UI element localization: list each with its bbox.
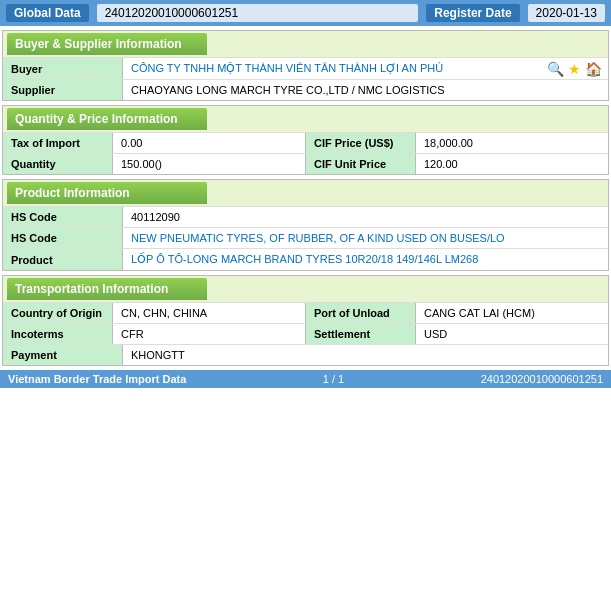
settlement-value: USD bbox=[416, 324, 608, 344]
search-icon[interactable]: 🔍 bbox=[547, 61, 564, 77]
cif-unit-label: CIF Unit Price bbox=[306, 154, 416, 174]
hs-code-1-value: 40112090 bbox=[123, 207, 608, 227]
country-port-row: Country of Origin CN, CHN, CHINA Port of… bbox=[3, 302, 608, 323]
transport-info-header: Transportation Information bbox=[7, 278, 207, 300]
hs-code-2-label: HS Code bbox=[3, 228, 123, 248]
hs-code-2-row: HS Code NEW PNEUMATIC TYRES, OF RUBBER, … bbox=[3, 227, 608, 248]
product-info-header: Product Information bbox=[7, 182, 207, 204]
payment-value: KHONGTT bbox=[123, 345, 608, 365]
hs-code-1-label: HS Code bbox=[3, 207, 123, 227]
home-icon[interactable]: 🏠 bbox=[585, 61, 602, 77]
register-date-value: 2020-01-13 bbox=[528, 4, 605, 22]
buyer-supplier-section: Buyer & Supplier Information Buyer CÔNG … bbox=[2, 30, 609, 101]
cif-price-col: CIF Price (US$) 18,000.00 bbox=[306, 133, 608, 153]
product-value: LỐP Ô TÔ-LONG MARCH BRAND TYRES 10R20/18… bbox=[123, 249, 608, 270]
buyer-supplier-header: Buyer & Supplier Information bbox=[7, 33, 207, 55]
product-label: Product bbox=[3, 249, 123, 270]
tax-cifprice-row: Tax of Import 0.00 CIF Price (US$) 18,00… bbox=[3, 132, 608, 153]
supplier-row: Supplier CHAOYANG LONG MARCH TYRE CO.,LT… bbox=[3, 79, 608, 100]
incoterms-settlement-row: Incoterms CFR Settlement USD bbox=[3, 323, 608, 344]
buyer-value: CÔNG TY TNHH MỘT THÀNH VIÊN TÂN THÀNH LỢ… bbox=[123, 58, 541, 79]
incoterms-value: CFR bbox=[113, 324, 305, 344]
cif-price-value: 18,000.00 bbox=[416, 133, 608, 153]
country-value: CN, CHN, CHINA bbox=[113, 303, 305, 323]
global-data-label: Global Data bbox=[6, 4, 89, 22]
product-info-section: Product Information HS Code 40112090 HS … bbox=[2, 179, 609, 271]
star-icon[interactable]: ★ bbox=[568, 61, 581, 77]
incoterms-col: Incoterms CFR bbox=[3, 324, 306, 344]
buyer-supplier-title-row: Buyer & Supplier Information bbox=[3, 31, 608, 57]
hs-code-2-value: NEW PNEUMATIC TYRES, OF RUBBER, OF A KIN… bbox=[123, 228, 608, 248]
footer-center: 1 / 1 bbox=[323, 373, 344, 385]
payment-label: Payment bbox=[3, 345, 123, 365]
hs-code-1-row: HS Code 40112090 bbox=[3, 206, 608, 227]
product-info-title-row: Product Information bbox=[3, 180, 608, 206]
cif-price-label: CIF Price (US$) bbox=[306, 133, 416, 153]
transport-info-section: Transportation Information Country of Or… bbox=[2, 275, 609, 366]
qty-cifunit-row: Quantity 150.00() CIF Unit Price 120.00 bbox=[3, 153, 608, 174]
port-value: CANG CAT LAI (HCM) bbox=[416, 303, 608, 323]
quantity-label: Quantity bbox=[3, 154, 113, 174]
global-data-value: 24012020010000601251 bbox=[97, 4, 419, 22]
footer-left: Vietnam Border Trade Import Data bbox=[8, 373, 186, 385]
product-row: Product LỐP Ô TÔ-LONG MARCH BRAND TYRES … bbox=[3, 248, 608, 270]
quantity-price-title-row: Quantity & Price Information bbox=[3, 106, 608, 132]
settlement-label: Settlement bbox=[306, 324, 416, 344]
buyer-label: Buyer bbox=[3, 58, 123, 79]
top-bar: Global Data 24012020010000601251 Registe… bbox=[0, 0, 611, 26]
footer: Vietnam Border Trade Import Data 1 / 1 2… bbox=[0, 370, 611, 388]
supplier-label: Supplier bbox=[3, 80, 123, 100]
buyer-row: Buyer CÔNG TY TNHH MỘT THÀNH VIÊN TÂN TH… bbox=[3, 57, 608, 79]
transport-info-title-row: Transportation Information bbox=[3, 276, 608, 302]
incoterms-label: Incoterms bbox=[3, 324, 113, 344]
quantity-value: 150.00() bbox=[113, 154, 305, 174]
quantity-price-header: Quantity & Price Information bbox=[7, 108, 207, 130]
cif-unit-value: 120.00 bbox=[416, 154, 608, 174]
footer-right: 24012020010000601251 bbox=[481, 373, 603, 385]
buyer-icons: 🔍 ★ 🏠 bbox=[541, 58, 608, 79]
register-date-label: Register Date bbox=[426, 4, 519, 22]
country-col: Country of Origin CN, CHN, CHINA bbox=[3, 303, 306, 323]
port-label: Port of Unload bbox=[306, 303, 416, 323]
cif-unit-col: CIF Unit Price 120.00 bbox=[306, 154, 608, 174]
settlement-col: Settlement USD bbox=[306, 324, 608, 344]
quantity-price-section: Quantity & Price Information Tax of Impo… bbox=[2, 105, 609, 175]
qty-col: Quantity 150.00() bbox=[3, 154, 306, 174]
supplier-value: CHAOYANG LONG MARCH TYRE CO.,LTD / NMC L… bbox=[123, 80, 608, 100]
tax-col: Tax of Import 0.00 bbox=[3, 133, 306, 153]
country-label: Country of Origin bbox=[3, 303, 113, 323]
payment-row: Payment KHONGTT bbox=[3, 344, 608, 365]
port-col: Port of Unload CANG CAT LAI (HCM) bbox=[306, 303, 608, 323]
tax-label: Tax of Import bbox=[3, 133, 113, 153]
tax-value: 0.00 bbox=[113, 133, 305, 153]
